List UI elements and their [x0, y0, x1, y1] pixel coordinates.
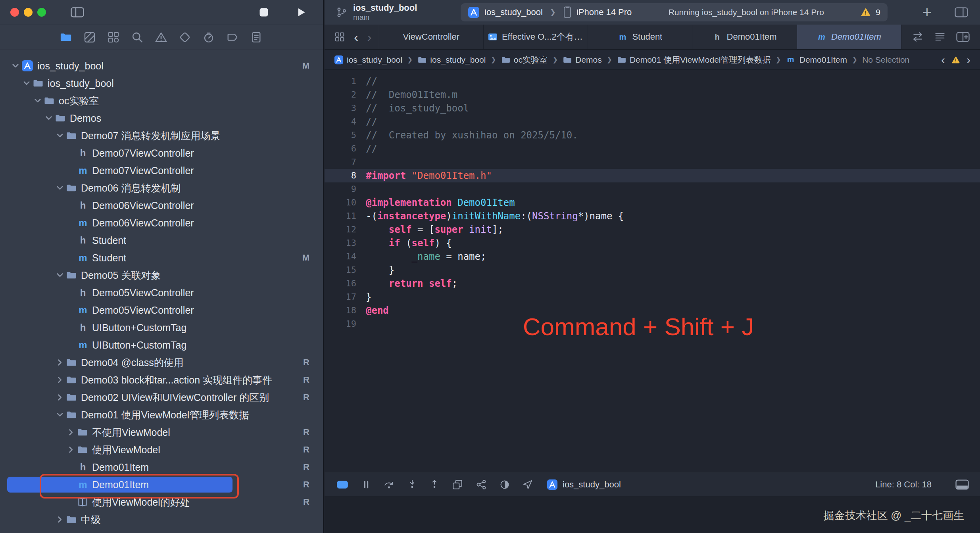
tree-row[interactable]: Demo07 消息转发机制应用场景 [0, 127, 323, 144]
code-line[interactable]: 6// [325, 142, 980, 155]
tree-row[interactable]: mDemo07ViewController [0, 162, 323, 179]
tree-row[interactable]: hDemo05ViewController [0, 284, 323, 301]
symbol-navigator-icon[interactable] [107, 31, 120, 44]
step-into-icon[interactable] [407, 479, 417, 490]
editor-layout-icon[interactable] [955, 7, 968, 18]
code-line[interactable]: 1// [325, 75, 980, 88]
code-line[interactable]: 11-(instancetype)initWithName:(NSString*… [325, 209, 980, 223]
running-app[interactable]: ios_study_bool [547, 479, 621, 490]
tree-row[interactable]: hDemo07ViewController [0, 144, 323, 162]
tree-row[interactable]: Demo06 消息转发机制 [0, 179, 323, 197]
chevron-down-icon-slot[interactable] [54, 271, 66, 280]
code-line[interactable]: 12 self = [super init]; [325, 223, 980, 236]
chevron-right-icon-slot[interactable] [65, 428, 77, 437]
adjust-editor-icon[interactable] [934, 31, 946, 43]
scheme-name[interactable]: ios_study_bool [484, 7, 543, 17]
tab-student[interactable]: mStudent [588, 25, 692, 49]
tab-viewcontroller[interactable]: ViewController [379, 25, 483, 49]
chevron-right-icon-slot[interactable] [54, 376, 66, 384]
scheme-activity-bar[interactable]: ios_study_bool ❯ iPhone 14 Pro Running i… [461, 3, 888, 21]
breakpoint-navigator-icon[interactable] [226, 31, 239, 44]
close-button[interactable] [10, 8, 19, 17]
jumpbar-crumb[interactable]: Demo01 使用ViewModel管理列表数据 [617, 54, 771, 65]
tab-demo01item[interactable]: mDemo01Item [797, 25, 901, 49]
code-line[interactable]: 15 } [325, 263, 980, 277]
issue-navigator-icon[interactable] [155, 31, 167, 44]
source-control-navigator-icon[interactable] [83, 31, 96, 44]
warning-icon[interactable] [861, 7, 871, 17]
tree-row[interactable]: hStudent [0, 232, 323, 249]
debug-navigator-icon[interactable] [202, 31, 215, 44]
code-review-icon[interactable] [912, 31, 924, 43]
next-issue-icon[interactable]: › [967, 54, 970, 66]
jumpbar-crumb[interactable]: oc实验室 [501, 54, 548, 65]
tree-row[interactable]: mDemo05ViewController [0, 301, 323, 319]
code-line[interactable]: 14 _name = name; [325, 250, 980, 263]
find-navigator-icon[interactable] [131, 31, 144, 44]
chevron-right-icon-slot[interactable] [54, 515, 66, 524]
issue-warning-icon[interactable] [951, 56, 960, 64]
previous-issue-icon[interactable]: ‹ [941, 54, 945, 66]
tab-demo01item[interactable]: hDemo01Item [692, 25, 796, 49]
code-line[interactable]: 7 [325, 155, 980, 169]
code-line[interactable]: 10@implementation Demo01Item [325, 196, 980, 209]
code-line[interactable]: 9 [325, 182, 980, 196]
related-items-icon[interactable] [334, 31, 345, 42]
chevron-down-icon-slot[interactable] [21, 79, 33, 88]
code-line[interactable]: 3// ios_study_bool [325, 102, 980, 115]
breakpoints-toggle-icon[interactable] [336, 479, 349, 490]
run-button[interactable] [295, 6, 307, 18]
chevron-down-icon-slot[interactable] [43, 114, 55, 123]
code-line[interactable]: 13 if (self) { [325, 236, 980, 250]
add-tab-icon[interactable]: + [922, 4, 932, 20]
chevron-down-icon-slot[interactable] [54, 410, 66, 419]
chevron-right-icon-slot[interactable] [65, 445, 77, 454]
tree-row[interactable]: mUIButton+CustomTag [0, 336, 323, 354]
toggle-sidebar-icon[interactable] [71, 7, 84, 18]
pause-icon[interactable] [361, 479, 371, 490]
jumpbar-crumb[interactable]: mDemo01Item [786, 55, 847, 65]
code-line[interactable]: 2// Demo01Item.m [325, 88, 980, 102]
code-line[interactable]: 5// Created by xushihao on 2025/5/10. [325, 128, 980, 142]
tree-row[interactable]: Demo01 使用ViewModel管理列表数据 [0, 406, 323, 424]
tree-row[interactable]: mDemo01ItemR [0, 476, 323, 493]
jumpbar-crumb[interactable]: ios_study_bool [334, 55, 402, 65]
simulate-location-icon[interactable] [522, 479, 533, 490]
tree-row[interactable]: mStudentM [0, 249, 323, 266]
tree-row[interactable]: 中级 [0, 511, 323, 528]
tree-row[interactable]: Demo04 @class的使用R [0, 354, 323, 371]
chevron-right-icon-slot[interactable] [54, 358, 66, 367]
source-control-status[interactable]: ios_study_bool main [336, 3, 417, 21]
tree-row[interactable]: hDemo06ViewController [0, 197, 323, 214]
tree-row[interactable]: 使用ViewModelR [0, 441, 323, 458]
tree-row[interactable]: hDemo01ItemR [0, 458, 323, 476]
tree-row[interactable]: Demo05 关联对象 [0, 266, 323, 284]
source-editor[interactable]: 1//2// Demo01Item.m3// ios_study_bool4//… [325, 70, 980, 472]
tree-row[interactable]: oc实验室 [0, 92, 323, 109]
tree-row[interactable]: Demo02 UIView和UIViewController 的区别R [0, 389, 323, 406]
tree-row[interactable]: ios_study_bool [0, 75, 323, 92]
jumpbar-crumb[interactable]: ios_study_bool [417, 55, 486, 65]
test-navigator-icon[interactable] [179, 31, 191, 44]
warning-count[interactable]: 9 [876, 8, 880, 17]
chevron-down-icon-slot[interactable] [54, 131, 66, 140]
step-over-icon[interactable] [383, 479, 395, 490]
code-line[interactable]: 17} [325, 290, 980, 304]
tree-row[interactable]: ios_study_boolM [0, 57, 323, 75]
jumpbar-crumb[interactable]: No Selection [862, 55, 909, 65]
add-editor-icon[interactable] [956, 31, 970, 42]
zoom-button[interactable] [37, 8, 46, 17]
memory-graph-icon[interactable] [475, 479, 487, 491]
chevron-down-icon-slot[interactable] [10, 61, 21, 70]
code-line[interactable]: 8#import "Demo01Item.h" [325, 169, 980, 182]
minimize-button[interactable] [24, 8, 33, 17]
jumpbar-crumb[interactable]: Demos [563, 55, 602, 65]
environment-overrides-icon[interactable] [499, 479, 510, 490]
view-hierarchy-icon[interactable] [452, 479, 463, 491]
run-destination[interactable]: iPhone 14 Pro [576, 7, 632, 17]
go-back-icon[interactable]: ‹ [354, 30, 358, 44]
tree-row[interactable]: 使用ViewModel的好处R [0, 493, 323, 511]
report-navigator-icon[interactable] [250, 31, 263, 44]
tree-row[interactable]: Demo03 block和tar...action 实现组件的事件R [0, 371, 323, 389]
chevron-down-icon-slot[interactable] [54, 184, 66, 192]
